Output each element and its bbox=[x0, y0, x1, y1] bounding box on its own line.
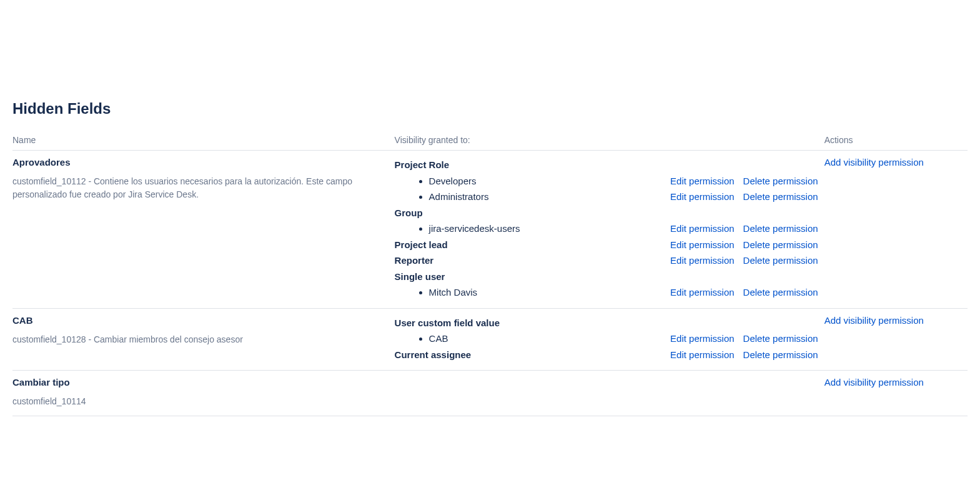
visibility-group-label: Reporter bbox=[395, 252, 434, 269]
edit-permission-link[interactable]: Edit permission bbox=[670, 221, 735, 237]
add-visibility-permission-link[interactable]: Add visibility permission bbox=[824, 315, 924, 326]
table-row: Aprovadorescustomfield_10112 - Contiene … bbox=[12, 151, 968, 309]
visibility-item: Mitch DavisEdit permissionDelete permiss… bbox=[429, 284, 818, 301]
table-row: Cambiar tipocustomfield_10114Add visibil… bbox=[12, 371, 968, 416]
visibility-item: jira-servicedesk-usersEdit permissionDel… bbox=[429, 221, 818, 237]
column-header-name: Name bbox=[12, 130, 395, 151]
delete-permission-link[interactable]: Delete permission bbox=[743, 237, 818, 253]
delete-permission-link[interactable]: Delete permission bbox=[743, 189, 818, 205]
delete-permission-link[interactable]: Delete permission bbox=[743, 173, 818, 189]
add-visibility-permission-link[interactable]: Add visibility permission bbox=[824, 157, 924, 168]
hidden-fields-table: Name Visibility granted to: Actions Apro… bbox=[12, 130, 968, 416]
visibility-item-label: Mitch Davis bbox=[429, 284, 670, 301]
delete-permission-link[interactable]: Delete permission bbox=[743, 331, 818, 347]
edit-permission-link[interactable]: Edit permission bbox=[670, 284, 735, 301]
column-header-actions: Actions bbox=[824, 130, 968, 151]
field-description: customfield_10112 - Contiene los usuario… bbox=[12, 175, 362, 201]
visibility-item-label: CAB bbox=[429, 331, 670, 347]
field-description: customfield_10128 - Cambiar miembros del… bbox=[12, 333, 362, 346]
visibility-item-label: jira-servicedesk-users bbox=[429, 221, 670, 237]
edit-permission-link[interactable]: Edit permission bbox=[670, 173, 735, 189]
visibility-group-label: Project Role bbox=[395, 157, 450, 173]
edit-permission-link[interactable]: Edit permission bbox=[670, 252, 735, 269]
delete-permission-link[interactable]: Delete permission bbox=[743, 252, 818, 269]
visibility-group-label: Group bbox=[395, 205, 423, 221]
visibility-item: DevelopersEdit permissionDelete permissi… bbox=[429, 173, 818, 189]
edit-permission-link[interactable]: Edit permission bbox=[670, 237, 735, 253]
edit-permission-link[interactable]: Edit permission bbox=[670, 189, 735, 205]
visibility-group-label: Single user bbox=[395, 269, 445, 285]
column-header-visibility: Visibility granted to: bbox=[395, 130, 824, 151]
field-name: Aprovadores bbox=[12, 157, 389, 168]
delete-permission-link[interactable]: Delete permission bbox=[743, 221, 818, 237]
field-name: CAB bbox=[12, 315, 389, 326]
edit-permission-link[interactable]: Edit permission bbox=[670, 331, 735, 347]
delete-permission-link[interactable]: Delete permission bbox=[743, 347, 818, 363]
page-title: Hidden Fields bbox=[12, 100, 968, 118]
visibility-item: CABEdit permissionDelete permission bbox=[429, 331, 818, 347]
add-visibility-permission-link[interactable]: Add visibility permission bbox=[824, 377, 924, 388]
field-name: Cambiar tipo bbox=[12, 377, 389, 388]
field-description: customfield_10114 bbox=[12, 395, 362, 408]
visibility-group-label: Project lead bbox=[395, 237, 448, 253]
visibility-item: AdministratorsEdit permissionDelete perm… bbox=[429, 189, 818, 205]
visibility-group-label: User custom field value bbox=[395, 315, 500, 331]
table-row: CABcustomfield_10128 - Cambiar miembros … bbox=[12, 308, 968, 371]
delete-permission-link[interactable]: Delete permission bbox=[743, 284, 818, 301]
visibility-group-label: Current assignee bbox=[395, 347, 472, 363]
visibility-item-label: Administrators bbox=[429, 189, 670, 205]
visibility-item-label: Developers bbox=[429, 173, 670, 189]
edit-permission-link[interactable]: Edit permission bbox=[670, 347, 735, 363]
